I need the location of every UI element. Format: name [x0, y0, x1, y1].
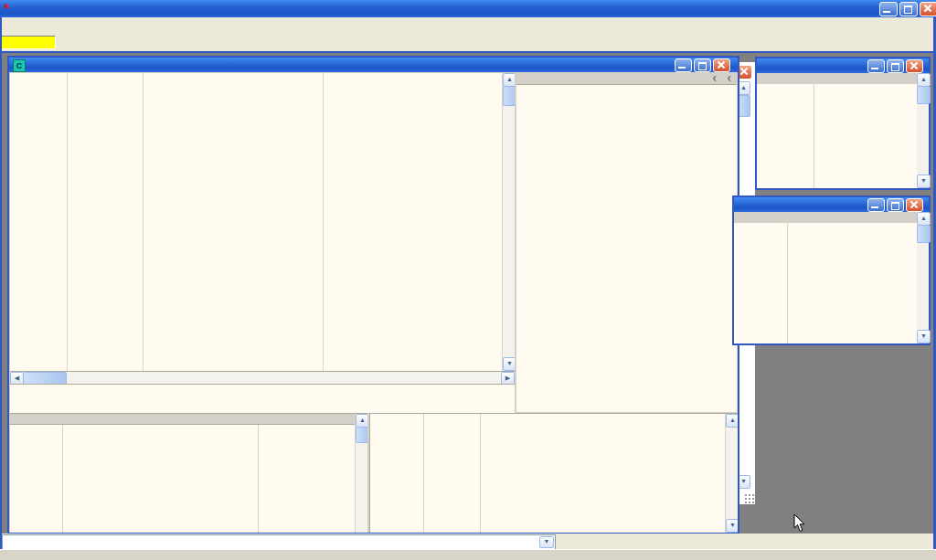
minimize-icon — [678, 67, 686, 69]
info-pane[interactable] — [10, 384, 515, 413]
stack-vscrollbar[interactable]: ▲ ▼ — [725, 414, 738, 533]
stack-pane[interactable]: ▲ ▼ — [369, 413, 738, 533]
window-title-bar — [734, 197, 929, 212]
cpu-close-button[interactable] — [713, 58, 730, 72]
mdi-area: ▲ ▼ C ▲ ▼ ◀ — [0, 51, 936, 551]
status-paused-field — [1, 36, 56, 49]
scroll-thumb[interactable] — [917, 225, 931, 243]
disasm-vscrollbar[interactable]: ▲ ▼ — [502, 73, 515, 371]
registers-pane[interactable]: ❮ ❮ — [516, 73, 737, 412]
main-title-bar: * — [0, 0, 936, 17]
registers-header: ❮ ❮ — [516, 73, 737, 85]
disassembly-pane[interactable]: ▲ ▼ — [10, 73, 515, 371]
disasm-hscrollbar[interactable]: ◀ ▶ — [10, 371, 515, 385]
minimize-icon — [871, 68, 878, 69]
minimize-button[interactable] — [867, 198, 885, 212]
close-button[interactable] — [920, 2, 936, 16]
minimize-icon — [871, 206, 878, 208]
scroll-down-button[interactable]: ▼ — [917, 174, 931, 188]
maximize-icon — [904, 5, 912, 14]
window-left-border — [0, 17, 2, 549]
list-body[interactable] — [734, 223, 917, 343]
mouse-cursor — [793, 513, 806, 537]
scroll-thumb[interactable] — [917, 86, 931, 104]
dump-vscrollbar[interactable]: ▲ — [355, 414, 367, 533]
maximize-icon — [698, 62, 707, 70]
cpu-maximize-button[interactable] — [694, 58, 711, 72]
vscrollbar[interactable]: ▲ ▼ — [917, 212, 929, 343]
close-button[interactable] — [906, 198, 923, 212]
maximize-icon — [891, 202, 899, 210]
resize-grip[interactable] — [744, 493, 754, 503]
maximize-button[interactable] — [899, 2, 918, 16]
cpu-window-icon: C — [13, 59, 26, 72]
list-body[interactable] — [757, 84, 917, 188]
info-text — [10, 385, 515, 393]
cpu-window: C ▲ ▼ ◀ ▶ — [7, 56, 739, 534]
toolbar — [0, 34, 936, 51]
cpu-title-bar: C — [9, 58, 738, 72]
scroll-down-button[interactable]: ▼ — [726, 519, 738, 533]
scroll-up-button[interactable]: ▲ — [917, 73, 931, 87]
cpu-minimize-button[interactable] — [675, 58, 692, 72]
maximize-button[interactable] — [887, 59, 904, 73]
window-title-bar — [757, 58, 929, 73]
menu-bar — [0, 17, 936, 35]
scroll-thumb[interactable] — [356, 427, 367, 443]
scroll-up-button[interactable]: ▲ — [503, 73, 515, 87]
minimize-button[interactable] — [867, 59, 885, 73]
maximize-icon — [891, 63, 899, 71]
command-combobox[interactable]: ▼ — [2, 534, 556, 550]
close-button[interactable] — [906, 59, 923, 73]
status-bar — [0, 549, 936, 560]
minimize-button[interactable] — [879, 2, 898, 16]
dump-pane[interactable]: ▲ — [10, 413, 367, 533]
comment-window-bottom: ▲ ▼ — [732, 195, 931, 345]
scroll-down-button[interactable]: ▼ — [917, 330, 931, 343]
prev-pane-icon[interactable]: ❮ — [712, 73, 717, 83]
scroll-up-button[interactable]: ▲ — [917, 212, 931, 226]
dump-header — [10, 414, 367, 425]
scroll-up-button[interactable]: ▲ — [726, 414, 738, 428]
ollydbg-screen: { "window": { "title": "", "status": "Pa… — [0, 0, 936, 560]
minimize-icon — [883, 11, 890, 13]
next-pane-icon[interactable]: ❮ — [727, 73, 731, 83]
scroll-down-button[interactable]: ▼ — [503, 357, 515, 371]
ollydbg-app-icon: * — [4, 2, 16, 15]
combobox-dropdown-icon[interactable]: ▼ — [539, 536, 554, 548]
vscrollbar[interactable]: ▲ ▼ — [917, 73, 929, 188]
scroll-up-button[interactable]: ▲ — [356, 414, 367, 428]
maximize-button[interactable] — [887, 198, 904, 212]
comment-window-top: ▲ ▼ — [755, 57, 931, 190]
scroll-thumb[interactable] — [503, 86, 515, 106]
